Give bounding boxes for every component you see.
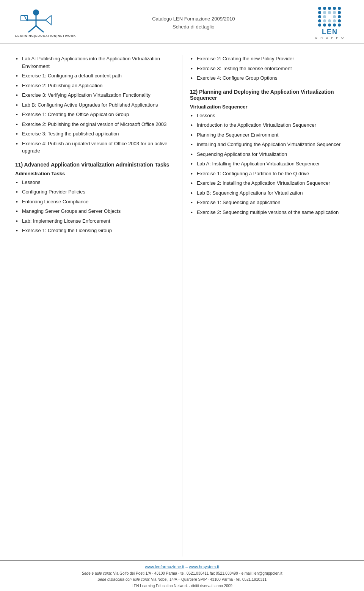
list-item: Exercise 2: Sequencing multiple versions… [190, 209, 349, 216]
svg-line-4 [36, 26, 44, 32]
list-item: Lab: Implementing License Enforcement [15, 217, 174, 225]
footer-link-sep: – [185, 564, 189, 569]
list-item: Exercise 1: Configuring a default conten… [15, 72, 174, 80]
dot [318, 7, 321, 10]
footer-copy: LEN Learning Education Network - diritti… [15, 584, 349, 588]
list-item: Exercise 3: Verifying Application Virtua… [15, 91, 174, 99]
right-top-list: Exercise 2: Creating the new Policy Prov… [190, 55, 349, 82]
list-item: Planning the Sequencer Environment [190, 131, 349, 139]
svg-line-3 [28, 26, 36, 32]
list-item: Configuring Provider Policies [15, 188, 174, 196]
dot [338, 15, 341, 18]
section11-title: 11) Advanced Application Virtualization … [15, 162, 174, 168]
logo-left: LEN LEARNING|EDUCATION|NETWORK [15, 9, 76, 38]
footer-address2-text: Via Nobel, 14/A – Quartiere SPIP - 43100… [151, 577, 267, 582]
gruppo-dots [318, 7, 342, 27]
list-item: Lab B: Sequencing Applications for Virtu… [190, 189, 349, 197]
footer-link1[interactable]: www.lenformazione.it [145, 564, 184, 569]
left-column: Lab A: Publishing Applications into the … [15, 55, 182, 556]
list-item: Sequencing Applications for Virtualizati… [190, 151, 349, 158]
footer-address2: Sede distaccata con aule corsi: Via Nobe… [15, 577, 349, 583]
dot [323, 24, 326, 27]
dot [328, 19, 331, 22]
footer-address1-label: Sede e aule corsi: [82, 571, 112, 575]
footer-link2[interactable]: www.hrsystem.it [189, 564, 219, 569]
dot [323, 11, 326, 14]
svg-line-5 [25, 16, 27, 20]
section11-subtitle: Administration Tasks [15, 171, 174, 176]
page: LEN LEARNING|EDUCATION|NETWORK Catalogo … [0, 0, 364, 591]
dot [333, 24, 336, 27]
len-gruppo-logo: LEN G R U P P O [311, 7, 349, 39]
svg-point-0 [33, 9, 39, 16]
main-content: Lab A: Publishing Applications into the … [0, 44, 364, 560]
dot [328, 24, 331, 27]
list-item: Exercise 4: Configure Group Options [190, 74, 349, 82]
list-item: Introduction to the Application Virtuali… [190, 121, 349, 129]
header-center: Catalogo LEN Formazione 2009/2010 Scheda… [76, 15, 311, 31]
dot [338, 19, 341, 22]
list-item: Lab A: Installing the Application Virtua… [190, 160, 349, 168]
footer-links: www.lenformazione.it – www.hrsystem.it [15, 564, 349, 569]
list-item: Exercise 1: Sequencing an application [190, 199, 349, 206]
list-item: Exercise 4: Publish an updated version o… [15, 140, 174, 155]
dot [333, 11, 336, 14]
list-item: Exercise 1: Creating the Licensing Group [15, 227, 174, 234]
dot [323, 7, 326, 10]
dot [338, 24, 341, 27]
list-item: Exercise 2: Publishing the original vers… [15, 121, 174, 128]
logo-tagline: LEARNING|EDUCATION|NETWORK [15, 34, 76, 38]
footer-address2-label: Sede distaccata con aule corsi: [97, 577, 150, 582]
list-item: Lessons [190, 112, 349, 119]
dot [333, 7, 336, 10]
dot [338, 7, 341, 10]
svg-text:LEN: LEN [17, 33, 27, 33]
dot [318, 15, 321, 18]
list-item: Lab A: Publishing Applications into the … [15, 55, 174, 70]
list-item: Exercise 2: Installing the Application V… [190, 179, 349, 187]
section11-list: Lessons Configuring Provider Policies En… [15, 179, 174, 234]
dot [333, 19, 336, 22]
right-column: Exercise 2: Creating the new Policy Prov… [182, 55, 349, 556]
footer-address1: Sede e aule corsi: Via Golfo dei Poeti 1… [15, 571, 349, 577]
list-item: Lessons [15, 179, 174, 186]
list-item: Exercise 1: Configuring a Partition to b… [190, 170, 349, 178]
list-item: Exercise 2: Creating the new Policy Prov… [190, 55, 349, 63]
section12-title: 12) Planning and Deploying the Applicati… [190, 89, 349, 101]
footer-address1-text: Via Golfo dei Poeti 1/A - 43100 Parma - … [113, 571, 282, 575]
logo-right: LEN G R U P P O [311, 7, 349, 39]
svg-marker-7 [46, 16, 51, 25]
list-item: Enforcing License Compliance [15, 198, 174, 206]
header: LEN LEARNING|EDUCATION|NETWORK Catalogo … [0, 0, 364, 44]
dot [328, 7, 331, 10]
list-item: Lab B: Configuring Active Upgrades for P… [15, 101, 174, 109]
dot [318, 19, 321, 22]
gruppo-sub: G R U P P O [315, 36, 345, 39]
header-title: Catalogo LEN Formazione 2009/2010 Scheda… [76, 15, 311, 31]
dot [338, 11, 341, 14]
dot [333, 15, 336, 18]
dot [328, 11, 331, 14]
dot [323, 19, 326, 22]
list-item: Managing Server Groups and Server Object… [15, 207, 174, 215]
list-item: Exercise 1: Creating the Office Applicat… [15, 111, 174, 118]
section12-list: Lessons Introduction to the Application … [190, 112, 349, 216]
footer: www.lenformazione.it – www.hrsystem.it S… [0, 560, 364, 591]
dot [323, 15, 326, 18]
gruppo-name: LEN [322, 28, 338, 36]
left-top-list: Lab A: Publishing Applications into the … [15, 55, 174, 155]
list-item: Exercise 3: Testing the published applic… [15, 130, 174, 138]
list-item: Exercise 3: Testing the license enforcem… [190, 65, 349, 72]
dot [318, 24, 321, 27]
dot [318, 11, 321, 14]
dot [328, 15, 331, 18]
list-item: Exercise 2: Publishing an Application [15, 82, 174, 90]
section12-subtitle: Virtualization Sequencer [190, 104, 349, 110]
list-item: Installing and Configuring the Applicati… [190, 141, 349, 148]
